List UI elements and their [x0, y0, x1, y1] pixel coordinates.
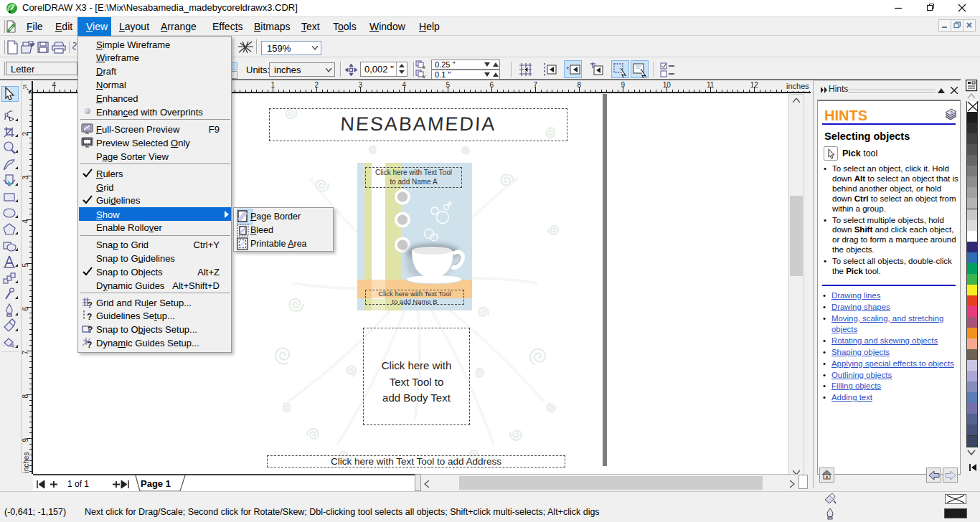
svg-text:?: ? [87, 312, 92, 322]
svg-text:?: ? [87, 340, 92, 349]
svg-text:?: ? [88, 300, 93, 309]
svg-text:x: x [423, 64, 425, 69]
svg-text:?: ? [88, 325, 93, 335]
svg-text:y: y [423, 73, 425, 78]
svg-text:*: * [566, 65, 570, 74]
svg-text:?: ? [950, 110, 953, 115]
